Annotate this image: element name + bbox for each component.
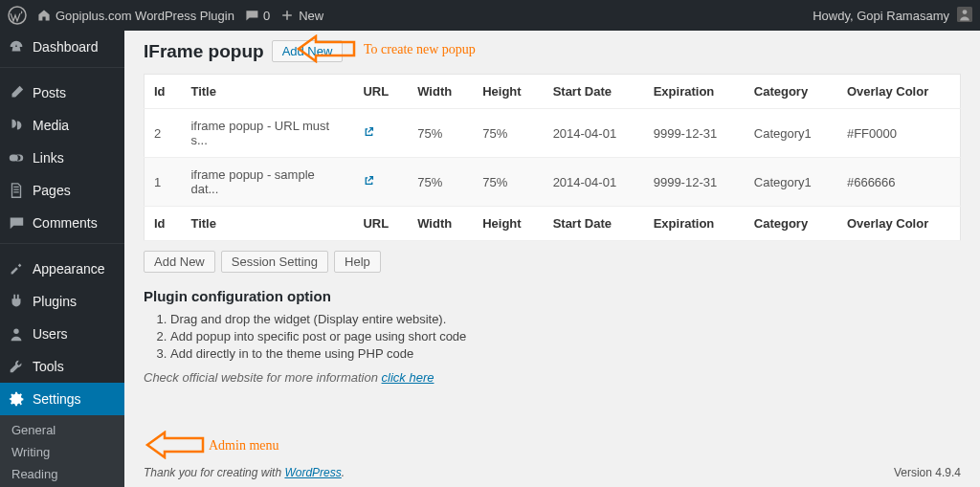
tf-start[interactable]: Start Date	[544, 207, 644, 241]
tf-title[interactable]: Title	[181, 207, 353, 241]
home-icon	[36, 8, 52, 23]
tf-cat[interactable]: Category	[745, 207, 837, 241]
note-text: Check official website for more informat…	[144, 370, 382, 385]
sidebar-item-settings[interactable]: Settings	[0, 383, 124, 415]
sidebar-label: Appearance	[33, 261, 105, 277]
wp-logo-icon[interactable]	[8, 6, 27, 25]
new-label: New	[299, 9, 323, 23]
config-item: Drag and drop the widget (Display entire…	[170, 312, 961, 326]
sidebar-item-users[interactable]: Users	[0, 318, 124, 350]
sidebar-item-links[interactable]: Links	[0, 142, 124, 174]
tf-width[interactable]: Width	[408, 207, 473, 241]
config-heading: Plugin configuration option	[144, 288, 961, 304]
annotation-create-label: To create new popup	[364, 42, 476, 57]
tf-exp[interactable]: Expiration	[644, 207, 745, 241]
add-new-button[interactable]: Add New	[144, 251, 215, 273]
cell-url[interactable]	[353, 158, 408, 207]
config-list: Drag and drop the widget (Display entire…	[170, 312, 961, 361]
submenu-reading[interactable]: Reading	[0, 463, 124, 485]
submenu-writing[interactable]: Writing	[0, 441, 124, 463]
cell-id: 1	[145, 158, 182, 207]
admin-sidebar: Dashboard Posts Media Links Pages Commen…	[0, 31, 124, 487]
sidebar-item-comments[interactable]: Comments	[0, 207, 124, 239]
new-link[interactable]: New	[279, 8, 323, 23]
sidebar-label: Links	[33, 150, 64, 166]
sidebar-label: Plugins	[33, 294, 77, 309]
cell-overlay: #666666	[837, 158, 961, 207]
cell-title: iframe popup - URL must s...	[181, 109, 353, 158]
page-title: IFrame popup	[144, 41, 264, 62]
cell-cat: Category1	[745, 158, 837, 207]
config-item: Add directly in to the theme using PHP c…	[170, 346, 961, 361]
cell-width: 75%	[408, 158, 473, 207]
cell-overlay: #FF0000	[837, 109, 961, 158]
submenu-general[interactable]: General	[0, 419, 124, 441]
external-link-icon[interactable]	[363, 174, 375, 189]
session-setting-button[interactable]: Session Setting	[221, 251, 328, 273]
annotation-arrow-icon	[144, 431, 205, 459]
th-url[interactable]: URL	[353, 75, 408, 109]
sidebar-item-posts[interactable]: Posts	[0, 77, 124, 109]
sidebar-item-plugins[interactable]: Plugins	[0, 285, 124, 318]
th-exp[interactable]: Expiration	[644, 75, 745, 109]
th-id[interactable]: Id	[145, 75, 182, 109]
tf-url[interactable]: URL	[353, 207, 408, 241]
sidebar-label: Comments	[33, 215, 98, 231]
th-height[interactable]: Height	[473, 75, 543, 109]
sidebar-item-tools[interactable]: Tools	[0, 350, 124, 383]
sidebar-item-appearance[interactable]: Appearance	[0, 253, 124, 285]
tf-height[interactable]: Height	[473, 207, 543, 241]
cell-id: 2	[145, 109, 182, 158]
annotation-admin-label: Admin menu	[209, 438, 279, 454]
table-header-row: Id Title URL Width Height Start Date Exp…	[145, 75, 961, 109]
plus-icon	[279, 8, 295, 23]
sidebar-label: Tools	[33, 359, 64, 374]
cell-width: 75%	[408, 109, 473, 158]
table-footer-row: Id Title URL Width Height Start Date Exp…	[145, 207, 961, 241]
help-button[interactable]: Help	[334, 251, 381, 273]
click-here-link[interactable]: click here	[382, 370, 434, 385]
site-name-link[interactable]: Gopiplus.com WordPress Plugin	[36, 8, 234, 23]
comments-link[interactable]: 0	[244, 8, 270, 23]
cell-height: 75%	[473, 109, 543, 158]
sidebar-label: Dashboard	[33, 39, 99, 55]
th-start[interactable]: Start Date	[544, 75, 644, 109]
sidebar-item-media[interactable]: Media	[0, 109, 124, 142]
comment-icon	[244, 8, 259, 23]
cell-cat: Category1	[745, 109, 837, 158]
admin-footer: Thank you for creating with WordPress. V…	[144, 466, 961, 479]
th-width[interactable]: Width	[408, 75, 473, 109]
user-avatar-icon[interactable]	[957, 7, 972, 25]
footer-version: Version 4.9.4	[894, 466, 961, 479]
sidebar-item-dashboard[interactable]: Dashboard	[0, 31, 124, 63]
popup-table: Id Title URL Width Height Start Date Exp…	[144, 74, 961, 241]
howdy-text[interactable]: Howdy, Gopi Ramasamy	[813, 9, 949, 23]
cell-exp: 9999-12-31	[644, 158, 745, 207]
sidebar-label: Pages	[33, 183, 71, 198]
tf-id[interactable]: Id	[145, 207, 182, 241]
cell-exp: 9999-12-31	[644, 109, 745, 158]
sidebar-item-pages[interactable]: Pages	[0, 174, 124, 207]
main-content: IFrame popup Add New Id Title URL Width …	[124, 31, 980, 487]
site-name-text: Gopiplus.com WordPress Plugin	[56, 9, 234, 23]
admin-bar: Gopiplus.com WordPress Plugin 0 New Howd…	[0, 0, 980, 31]
table-row[interactable]: 2 iframe popup - URL must s... 75% 75% 2…	[145, 109, 961, 158]
footer-wordpress-link[interactable]: WordPress	[284, 466, 341, 479]
tf-overlay[interactable]: Overlay Color	[837, 207, 961, 241]
th-overlay[interactable]: Overlay Color	[837, 75, 961, 109]
footer-thank-text: Thank you for creating with	[144, 466, 284, 479]
sidebar-label: Settings	[33, 391, 81, 407]
th-cat[interactable]: Category	[745, 75, 837, 109]
cell-height: 75%	[473, 158, 543, 207]
config-item: Add popup into specific post or page usi…	[170, 329, 961, 343]
settings-submenu: General Writing Reading Discussion Media…	[0, 415, 124, 487]
annotation-arrow-icon	[295, 34, 356, 63]
sidebar-label: Users	[33, 326, 68, 342]
svg-point-2	[963, 10, 968, 14]
th-title[interactable]: Title	[181, 75, 353, 109]
table-row[interactable]: 1 iframe popup - sample dat... 75% 75% 2…	[145, 158, 961, 207]
cell-title: iframe popup - sample dat...	[181, 158, 353, 207]
cell-url[interactable]	[353, 109, 408, 158]
external-link-icon[interactable]	[363, 125, 375, 141]
comments-count: 0	[263, 9, 270, 23]
